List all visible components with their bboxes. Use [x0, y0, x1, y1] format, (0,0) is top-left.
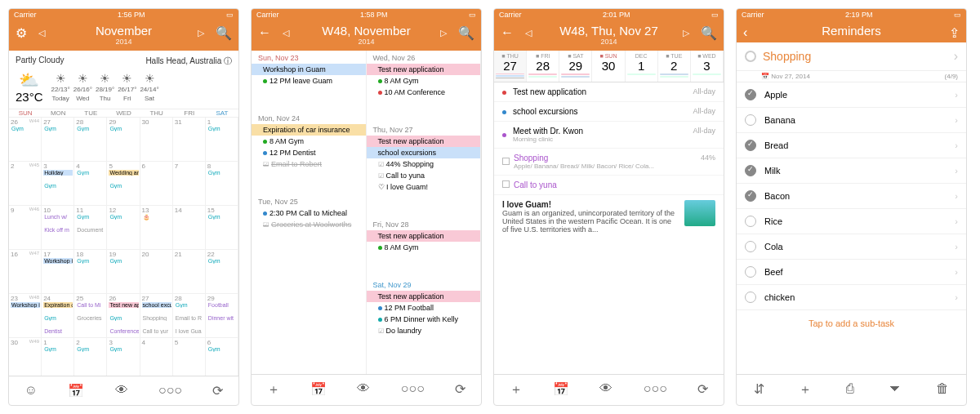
- note[interactable]: I love Guam! Guam is an organized, uninc…: [494, 195, 724, 238]
- event[interactable]: Gym: [207, 346, 237, 352]
- week-day[interactable]: ■ FRI28: [527, 51, 559, 82]
- month-cell[interactable]: 28Gym: [74, 118, 107, 162]
- month-cell[interactable]: 14: [173, 206, 206, 250]
- event[interactable]: Gym: [76, 214, 105, 220]
- search-icon[interactable]: 🔍: [216, 25, 232, 41]
- month-cell[interactable]: 1Gym: [42, 338, 74, 376]
- event[interactable]: Expiration of: [43, 302, 73, 308]
- reminder-item[interactable]: Beef›: [737, 260, 966, 285]
- checkbox[interactable]: [745, 190, 756, 202]
- toolbar-btn[interactable]: ＋: [267, 381, 280, 398]
- toolbar-btn[interactable]: 👁: [599, 381, 612, 398]
- event-item[interactable]: ☑Email to Robert: [252, 158, 366, 170]
- month-cell[interactable]: 10Lunch w/Kick off m: [42, 206, 74, 250]
- month-cell[interactable]: 9W46: [9, 206, 42, 250]
- month-cell[interactable]: 23W48Workshop in: [9, 294, 42, 338]
- event[interactable]: I love Gua: [175, 328, 204, 334]
- month-cell[interactable]: 28GymEmail to RI love Gua: [173, 294, 206, 338]
- toolbar-btn[interactable]: ＋: [510, 381, 523, 398]
- search-icon[interactable]: 🔍: [701, 25, 717, 41]
- toolbar-btn[interactable]: ⟳: [697, 381, 708, 398]
- event[interactable]: Gym: [11, 126, 40, 131]
- month-cell[interactable]: 19Gym: [107, 250, 140, 294]
- toolbar-btn[interactable]: ⎙: [846, 381, 854, 398]
- month-cell[interactable]: 18Gym: [74, 250, 107, 294]
- checkbox[interactable]: [745, 114, 756, 126]
- toolbar-btn[interactable]: ＋: [799, 381, 812, 398]
- event[interactable]: Gym: [207, 170, 237, 176]
- toolbar-btn[interactable]: ⏷: [889, 381, 902, 398]
- event-item[interactable]: Test new application: [367, 136, 481, 147]
- event-item[interactable]: Test new application: [367, 230, 481, 242]
- month-cell[interactable]: 11GymDocument: [74, 206, 107, 250]
- event[interactable]: Shopping: [142, 315, 172, 321]
- month-cell[interactable]: 12Gym: [107, 206, 140, 250]
- month-cell[interactable]: 1Gym: [206, 118, 238, 162]
- event-item[interactable]: school excursions: [367, 147, 481, 158]
- reminder-item[interactable]: chicken›: [737, 285, 966, 310]
- event[interactable]: Lunch w/: [43, 214, 73, 220]
- event[interactable]: Gym: [76, 170, 105, 176]
- toolbar-btn[interactable]: 📅: [553, 381, 569, 398]
- event[interactable]: Kick off m: [43, 227, 73, 233]
- event[interactable]: Gym: [109, 183, 138, 189]
- month-cell[interactable]: 8Gym: [206, 162, 238, 206]
- checkbox[interactable]: [745, 89, 756, 100]
- event[interactable]: Gym: [43, 315, 73, 321]
- week-day[interactable]: ■ TUE2: [658, 51, 691, 82]
- month-cell[interactable]: 15Gym: [206, 206, 238, 250]
- event[interactable]: Gym: [207, 258, 237, 264]
- event[interactable]: Football: [207, 302, 237, 308]
- toolbar-btn[interactable]: 🗑: [936, 381, 949, 398]
- month-cell[interactable]: 4: [140, 338, 173, 376]
- event-item[interactable]: ☑Groceries at Woolworths: [252, 219, 366, 230]
- list-header[interactable]: Shopping ›: [737, 42, 966, 71]
- back-icon[interactable]: ‹: [743, 25, 747, 40]
- week-day[interactable]: DEC1: [626, 51, 658, 82]
- event-row[interactable]: Test new applicationAll-day: [494, 82, 724, 102]
- month-cell[interactable]: 24Expiration ofGymDentist: [42, 294, 74, 338]
- next-month[interactable]: ▷: [194, 28, 207, 38]
- toolbar-btn[interactable]: 📅: [310, 381, 327, 398]
- reminder-item[interactable]: Rice›: [737, 209, 966, 234]
- toolbar-btn[interactable]: 📅: [68, 383, 84, 398]
- toolbar-btn[interactable]: ☺: [24, 383, 38, 398]
- month-cell[interactable]: 27Gym: [42, 118, 74, 162]
- week-day[interactable]: ■ SUN30: [592, 51, 625, 82]
- toolbar-btn[interactable]: ○○○: [401, 381, 425, 398]
- toolbar-btn[interactable]: ⟳: [212, 383, 223, 398]
- event-item[interactable]: Expiration of car insurance: [252, 124, 366, 136]
- reminder-item[interactable]: Cola›: [737, 234, 966, 260]
- event[interactable]: Gym: [109, 126, 138, 131]
- week-day[interactable]: ■ WED3: [691, 51, 724, 82]
- event[interactable]: Gym: [43, 183, 73, 189]
- event-row[interactable]: school excursionsAll-day: [494, 102, 724, 122]
- event-item[interactable]: ☑Do laundry: [367, 325, 481, 336]
- event-item[interactable]: 8 AM Gym: [367, 75, 481, 87]
- month-cell[interactable]: 6: [140, 162, 173, 206]
- month-cell[interactable]: 30: [140, 118, 173, 162]
- event-row[interactable]: Meet with Dr. KwonMorning clinicAll-day: [494, 122, 724, 149]
- toolbar-btn[interactable]: ⇵: [754, 381, 764, 398]
- toolbar-btn[interactable]: ⟳: [455, 381, 466, 398]
- search-icon[interactable]: 🔍: [458, 25, 474, 41]
- event[interactable]: Holiday: [43, 170, 73, 176]
- event[interactable]: Wedding ani: [109, 170, 138, 176]
- event[interactable]: Call to yur: [142, 328, 172, 334]
- event-row[interactable]: Call to yuna: [494, 176, 724, 195]
- event[interactable]: Gym: [207, 214, 237, 220]
- month-cell[interactable]: 26W44Gym: [9, 118, 42, 162]
- month-cell[interactable]: 30W49: [9, 338, 42, 376]
- toolbar-btn[interactable]: ○○○: [644, 381, 667, 398]
- event-item[interactable]: 12 PM Football: [367, 302, 481, 314]
- month-cell[interactable]: 2Gym: [74, 338, 107, 376]
- event[interactable]: Dinner wit: [207, 315, 237, 321]
- event[interactable]: Gym: [76, 126, 105, 131]
- month-cell[interactable]: 26Test new applGymConference: [107, 294, 140, 338]
- reminder-item[interactable]: Milk›: [737, 158, 966, 184]
- add-subtask[interactable]: Tap to add a sub-task: [737, 310, 966, 336]
- event[interactable]: Conference: [109, 328, 138, 334]
- reminder-item[interactable]: Bacon›: [737, 184, 966, 209]
- checkbox[interactable]: [745, 292, 756, 303]
- month-cell[interactable]: 4Gym: [74, 162, 107, 206]
